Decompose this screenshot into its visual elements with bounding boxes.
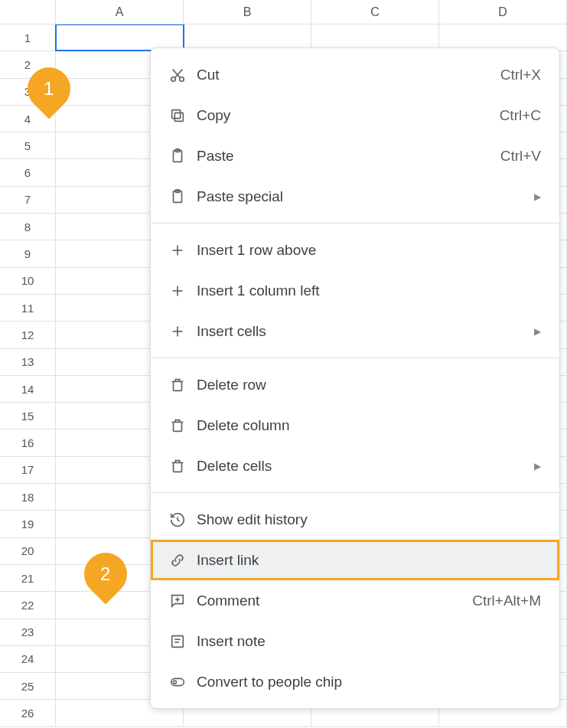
menu-label: Comment [197, 593, 472, 609]
row-header[interactable]: 9 [0, 240, 56, 266]
menu-item-delete-row[interactable]: Delete row [151, 364, 559, 405]
link-icon [169, 552, 197, 569]
menu-item-show-history[interactable]: Show edit history [151, 499, 559, 540]
menu-label: Copy [197, 107, 500, 124]
row-header[interactable]: 22 [0, 592, 56, 618]
comment-icon [169, 593, 197, 609]
menu-label: Insert note [197, 633, 541, 650]
menu-shortcut: Ctrl+V [500, 148, 541, 165]
cut-icon [169, 67, 197, 83]
column-header-c[interactable]: C [311, 0, 439, 24]
people-chip-icon [169, 674, 197, 690]
row-header[interactable]: 23 [0, 619, 56, 645]
menu-shortcut: Ctrl+C [500, 107, 541, 124]
menu-item-insert-col[interactable]: Insert 1 column left [151, 270, 559, 311]
menu-separator [151, 223, 559, 224]
menu-separator [151, 357, 559, 358]
menu-shortcut: Ctrl+X [500, 67, 541, 83]
svg-rect-4 [174, 113, 183, 121]
trash-icon [169, 377, 197, 393]
menu-label: Insert 1 row above [197, 242, 541, 259]
plus-icon [169, 242, 197, 259]
menu-label: Delete row [197, 377, 541, 393]
menu-item-copy[interactable]: Copy Ctrl+C [151, 95, 559, 135]
svg-line-17 [178, 520, 180, 521]
menu-item-insert-row[interactable]: Insert 1 row above [151, 230, 559, 270]
menu-separator [151, 492, 559, 493]
row-header[interactable]: 13 [0, 349, 56, 375]
column-header-b[interactable]: B [184, 0, 311, 24]
svg-point-0 [171, 77, 176, 81]
copy-icon [169, 107, 197, 124]
row-header[interactable]: 17 [0, 457, 56, 483]
menu-item-insert-note[interactable]: Insert note [151, 621, 559, 661]
menu-shortcut: Ctrl+Alt+M [472, 593, 541, 609]
row-header[interactable]: 5 [0, 132, 56, 158]
row-header[interactable]: 11 [0, 295, 56, 321]
menu-item-comment[interactable]: Comment Ctrl+Alt+M [151, 580, 559, 621]
column-header-d[interactable]: D [439, 0, 567, 24]
menu-item-paste-special[interactable]: Paste special ▶ [151, 176, 559, 217]
menu-item-delete-cells[interactable]: Delete cells ▶ [151, 446, 559, 486]
submenu-arrow-icon: ▶ [534, 191, 541, 202]
row-header[interactable]: 10 [0, 268, 56, 294]
row-header[interactable]: 7 [0, 187, 56, 213]
submenu-arrow-icon: ▶ [534, 326, 541, 337]
menu-label: Paste special [197, 188, 534, 205]
svg-rect-5 [172, 109, 181, 118]
note-icon [169, 633, 197, 650]
row-header[interactable]: 16 [0, 429, 56, 455]
row-header[interactable]: 18 [0, 484, 56, 510]
menu-label: Show edit history [197, 511, 541, 528]
menu-item-delete-col[interactable]: Delete column [151, 405, 559, 446]
svg-point-1 [180, 77, 184, 81]
grid-corner[interactable] [0, 0, 56, 24]
submenu-arrow-icon: ▶ [534, 461, 541, 472]
svg-rect-20 [172, 635, 184, 647]
row-header[interactable]: 15 [0, 403, 56, 429]
row-header[interactable]: 19 [0, 511, 56, 537]
history-icon [169, 511, 197, 528]
row-header[interactable]: 6 [0, 159, 56, 185]
column-header-a[interactable]: A [56, 0, 184, 24]
menu-item-people-chip[interactable]: Convert to people chip [151, 661, 559, 702]
menu-item-insert-cells[interactable]: Insert cells ▶ [151, 311, 559, 351]
context-menu: Cut Ctrl+X Copy Ctrl+C Paste Ctrl+V Past… [150, 47, 560, 709]
row-header[interactable]: 20 [0, 538, 56, 564]
trash-icon [169, 458, 197, 475]
menu-label: Convert to people chip [197, 674, 541, 690]
row-header[interactable]: 25 [0, 673, 56, 699]
row-header[interactable]: 21 [0, 565, 56, 591]
menu-item-cut[interactable]: Cut Ctrl+X [151, 54, 559, 95]
row-header[interactable]: 1 [0, 24, 56, 51]
paste-icon [169, 148, 197, 165]
row-header[interactable]: 24 [0, 646, 56, 672]
menu-label: Insert cells [197, 323, 534, 340]
paste-special-icon [169, 188, 197, 205]
menu-item-paste[interactable]: Paste Ctrl+V [151, 135, 559, 176]
row-header[interactable]: 12 [0, 322, 56, 348]
row-header[interactable]: 14 [0, 376, 56, 402]
callout-number: 2 [100, 563, 110, 585]
menu-label: Insert 1 column left [197, 282, 541, 299]
menu-item-insert-link[interactable]: Insert link [151, 540, 559, 580]
menu-label: Cut [197, 67, 500, 83]
callout-number: 1 [44, 78, 54, 100]
menu-label: Delete column [197, 417, 541, 434]
row-header[interactable]: 26 [0, 700, 56, 726]
svg-point-24 [173, 680, 176, 683]
plus-icon [169, 323, 197, 340]
row-header[interactable]: 8 [0, 214, 56, 240]
menu-label: Insert link [197, 552, 541, 569]
trash-icon [169, 417, 197, 434]
menu-label: Delete cells [197, 458, 534, 475]
menu-label: Paste [197, 148, 500, 165]
plus-icon [169, 282, 197, 299]
